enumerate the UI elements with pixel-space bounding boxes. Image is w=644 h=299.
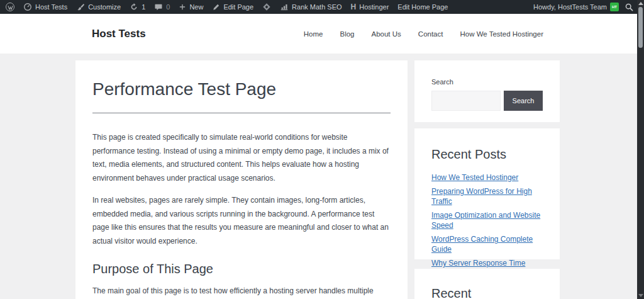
recent-post-link[interactable]: WordPress Caching Complete Guide xyxy=(431,234,543,254)
search-widget: Search Search xyxy=(414,60,560,122)
comment-count: 0 xyxy=(166,3,170,11)
admin-bar-new[interactable]: New xyxy=(174,0,208,14)
updates-icon xyxy=(130,3,138,11)
recent-post-link[interactable]: Image Optimization and Website Speed xyxy=(431,210,543,230)
title-divider xyxy=(92,113,391,113)
nav-item-about-us[interactable]: About Us xyxy=(372,30,401,38)
admin-bar-comments[interactable]: 0 xyxy=(150,0,174,14)
section-heading: Purpose of This Page xyxy=(92,262,391,276)
brush-icon xyxy=(76,3,85,11)
wp-admin-bar: Host Tests Customize 1 0 New Edit Page xyxy=(0,0,644,14)
browser-scrollbar[interactable] xyxy=(637,0,644,299)
admin-bar-site-name-label: Host Tests xyxy=(35,3,67,11)
admin-bar-customize-label: Customize xyxy=(88,3,121,11)
search-input[interactable] xyxy=(431,91,501,111)
hostinger-icon: H xyxy=(351,3,357,11)
article-card: Performance Test Page This page is creat… xyxy=(75,60,408,299)
admin-bar-gem-menu[interactable] xyxy=(258,0,275,14)
nav-item-blog[interactable]: Blog xyxy=(340,30,354,38)
search-widget-label: Search xyxy=(431,78,543,86)
plus-icon xyxy=(179,3,186,11)
nav-item-home[interactable]: Home xyxy=(304,30,323,38)
avatar: HT xyxy=(610,3,619,11)
partial-widget-title: Recent xyxy=(431,286,543,299)
diamond-icon xyxy=(262,3,271,11)
admin-bar-rank-math-label: Rank Math SEO xyxy=(292,3,341,11)
admin-bar-wordpress-menu[interactable] xyxy=(0,0,19,14)
scroll-up-arrow-icon[interactable] xyxy=(638,2,643,5)
scroll-down-arrow-icon[interactable] xyxy=(638,294,643,297)
admin-bar-customize[interactable]: Customize xyxy=(72,0,125,14)
admin-bar-rank-math[interactable]: Rank Math SEO xyxy=(275,0,346,14)
wordpress-logo-icon xyxy=(6,3,14,11)
update-count: 1 xyxy=(142,3,145,11)
article-paragraph: In real websites, pages are rarely simpl… xyxy=(92,194,391,248)
admin-bar-site-name[interactable]: Host Tests xyxy=(19,0,72,14)
admin-bar-edit-home-page-label: Edit Home Page xyxy=(397,3,448,11)
avatar-initials: HT xyxy=(612,5,617,9)
recent-posts-title: Recent Posts xyxy=(431,147,543,162)
admin-bar-updates[interactable]: 1 xyxy=(125,0,150,14)
admin-bar-edit-page-label: Edit Page xyxy=(223,3,253,11)
admin-bar-search[interactable] xyxy=(625,0,634,14)
admin-bar-hostinger[interactable]: H Hostinger xyxy=(347,0,394,14)
dashboard-icon xyxy=(23,3,32,11)
recent-post-link[interactable]: Preparing WordPress for High Traffic xyxy=(431,186,543,206)
howdy-text: Howdy, HostTests Team xyxy=(533,3,607,11)
scrollbar-thumb[interactable] xyxy=(638,7,643,48)
partial-widget: Recent xyxy=(414,269,560,299)
main-nav: Home Blog About Us Contact How We Tested… xyxy=(304,30,543,38)
page-title: Performance Test Page xyxy=(92,79,391,99)
admin-bar-edit-home-page[interactable]: Edit Home Page xyxy=(393,0,452,14)
article-paragraph: The main goal of this page is to test ho… xyxy=(92,285,391,299)
site-title-link[interactable]: Host Tests xyxy=(92,28,146,40)
admin-bar-my-account[interactable]: Howdy, HostTests Team HT xyxy=(533,0,619,14)
recent-posts-widget: Recent Posts How We Tested Hostinger Pre… xyxy=(414,128,560,259)
recent-post-link[interactable]: How We Tested Hostinger xyxy=(431,172,543,183)
admin-bar-edit-page[interactable]: Edit Page xyxy=(208,0,258,14)
search-icon xyxy=(625,3,634,12)
admin-bar-hostinger-label: Hostinger xyxy=(359,3,389,11)
nav-item-how-we-tested-hostinger[interactable]: How We Tested Hostinger xyxy=(460,30,543,38)
nav-item-contact[interactable]: Contact xyxy=(418,30,443,38)
site-header: Host Tests Home Blog About Us Contact Ho… xyxy=(0,14,644,54)
chart-icon xyxy=(280,3,289,11)
comments-icon xyxy=(154,3,163,11)
admin-bar-new-label: New xyxy=(189,3,203,11)
search-button[interactable]: Search xyxy=(504,91,543,111)
article-paragraph: This page is created specifically to sim… xyxy=(92,131,391,185)
pencil-icon xyxy=(212,3,220,11)
